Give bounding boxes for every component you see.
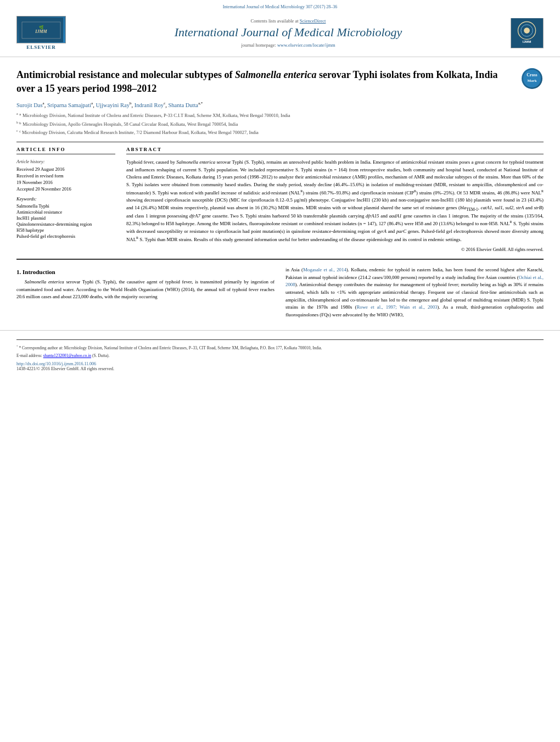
author-1: Surojit Das bbox=[16, 102, 43, 108]
journal-info: Contents lists available at ScienceDirec… bbox=[71, 18, 505, 48]
corresponding-note: * * Corresponding author at: Microbiolog… bbox=[16, 344, 544, 351]
article-info-column: ARTICLE INFO Article history: Received 2… bbox=[16, 147, 115, 252]
body-left-column: 1. Introduction Salmonella enterica sero… bbox=[16, 266, 275, 319]
email-link[interactable]: shanta1232001@yahoo.co.in bbox=[43, 353, 91, 358]
svg-text:IJMM: IJMM bbox=[523, 40, 531, 43]
svg-text:Cross: Cross bbox=[527, 72, 537, 77]
article-title-section: Antimicrobial resistance and molecular s… bbox=[16, 68, 544, 96]
received-date: Received 29 August 2016 bbox=[16, 166, 115, 172]
affiliation-b: b ᵇ Microbiology Division, Apollo Glenea… bbox=[16, 120, 544, 128]
journal-header: International Journal of Medical Microbi… bbox=[0, 0, 560, 57]
keyword-4: Quinoloneresistance-determining region bbox=[16, 221, 115, 227]
keyword-5: H58 haplotype bbox=[16, 227, 115, 233]
abstract-column: ABSTRACT Typhoid fever, caused by Salmon… bbox=[126, 147, 544, 252]
elsevier-text: ELSEVIER bbox=[26, 44, 56, 50]
footer-divider bbox=[16, 339, 544, 340]
author-3: Ujjwayini Ray bbox=[96, 102, 130, 108]
article-info-header: ARTICLE INFO bbox=[16, 147, 115, 154]
divider-1 bbox=[16, 142, 544, 142]
journal-homepage: journal homepage: www.elsevier.com/locat… bbox=[71, 42, 505, 48]
elsevier-logo: 🌿 IJMM ELSEVIER bbox=[11, 16, 71, 50]
author-4: Indranil Roy bbox=[135, 102, 164, 108]
journal-title: International Journal of Medical Microbi… bbox=[71, 25, 505, 41]
crossmark-badge: Cross Mark bbox=[522, 68, 544, 90]
keyword-2: Antimicrobial resistance bbox=[16, 209, 115, 215]
journal-homepage-link[interactable]: www.elsevier.com/locate/ijmm bbox=[277, 42, 335, 48]
affiliation-a: a ᵃ Microbiology Division, National Inst… bbox=[16, 111, 544, 119]
accepted-date: Accepted 20 November 2016 bbox=[16, 186, 115, 192]
copyright: © 2016 Elsevier GmbH. All rights reserve… bbox=[126, 247, 544, 252]
body-right-column: in Asia (Mogasale et al., 2014). Kolkata… bbox=[285, 266, 544, 319]
body-section: 1. Introduction Salmonella enterica sero… bbox=[16, 266, 544, 319]
ijmm-logo-image: IJMM bbox=[511, 18, 544, 48]
received-revised-date: 19 November 2016 bbox=[16, 180, 115, 185]
keyword-1: Salmonella Typhi bbox=[16, 203, 115, 209]
ochiai-ref[interactable]: Ochiai et al., 2008 bbox=[285, 275, 544, 288]
author-2: Sriparna Samajpati bbox=[47, 102, 91, 108]
rowe-ref[interactable]: Rowe et al., 1997; Wain et al., 2003 bbox=[357, 304, 438, 310]
article-content: Antimicrobial resistance and molecular s… bbox=[0, 57, 560, 325]
intro-left-text: Salmonella enterica serovar Typhi (S. Ty… bbox=[16, 278, 275, 301]
info-abstract-section: ARTICLE INFO Article history: Received 2… bbox=[16, 147, 544, 252]
received-revised-label: Received in revised form bbox=[16, 173, 115, 178]
history-label: Article history: bbox=[16, 159, 115, 164]
svg-text:IJMM: IJMM bbox=[35, 29, 47, 34]
mogasale-ref[interactable]: Mogasale et al., 2014 bbox=[303, 267, 346, 272]
intro-right-text: in Asia (Mogasale et al., 2014). Kolkata… bbox=[285, 266, 544, 319]
contents-available-line: Contents lists available at ScienceDirec… bbox=[71, 18, 505, 24]
email-note: E-mail address: shanta1232001@yahoo.co.i… bbox=[16, 353, 544, 359]
svg-text:Mark: Mark bbox=[527, 79, 536, 83]
volume-info: International Journal of Medical Microbi… bbox=[11, 4, 549, 9]
author-5: Shanta Dutta bbox=[168, 102, 198, 108]
crossmark-image: Cross Mark bbox=[522, 68, 542, 89]
article-title: Antimicrobial resistance and molecular s… bbox=[16, 68, 516, 96]
abstract-header: ABSTRACT bbox=[126, 147, 544, 154]
body-divider bbox=[16, 259, 544, 260]
page-footer: * * Corresponding author at: Microbiolog… bbox=[0, 330, 560, 376]
sciencedirect-link[interactable]: ScienceDirect bbox=[300, 18, 326, 24]
elsevier-logo-image: 🌿 IJMM bbox=[16, 16, 66, 43]
issn-text: 1438-4221/© 2016 Elsevier GmbH. All righ… bbox=[16, 366, 544, 371]
keyword-6: Pulsed-field gel electrophoresis bbox=[16, 233, 115, 239]
intro-section-title: 1. Introduction bbox=[16, 269, 275, 275]
doi-link[interactable]: http://dx.doi.org/10.1016/j.ijmm.2016.11… bbox=[16, 361, 544, 366]
page: International Journal of Medical Microbi… bbox=[0, 0, 560, 742]
svg-point-7 bbox=[524, 27, 530, 34]
journal-logo: IJMM bbox=[505, 14, 549, 52]
keywords-label: Keywords: bbox=[16, 196, 115, 202]
affiliations: a ᵃ Microbiology Division, National Inst… bbox=[16, 111, 544, 136]
affiliation-c: c ᶜ Microbiology Division, Calcutta Medi… bbox=[16, 129, 544, 136]
authors: Surojit Dasa, Sriparna Samajpatia, Ujjwa… bbox=[16, 101, 544, 108]
keyword-3: IncHI1 plasmid bbox=[16, 215, 115, 221]
header-main: 🌿 IJMM ELSEVIER Contents lists available… bbox=[11, 12, 549, 54]
abstract-text: Typhoid fever, caused by Salmonella ente… bbox=[126, 159, 544, 243]
